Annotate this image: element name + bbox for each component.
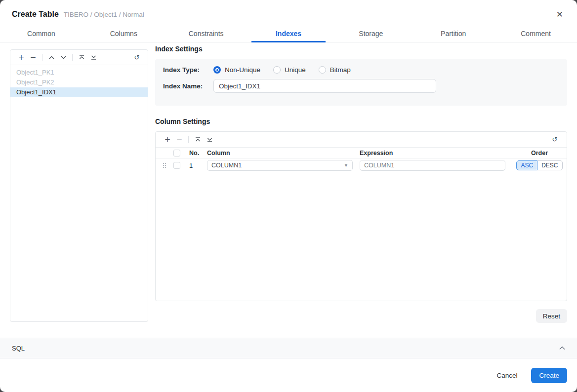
- collapse-chevron-icon[interactable]: [559, 346, 565, 350]
- move-down-icon[interactable]: [57, 52, 69, 63]
- asc-button[interactable]: ASC: [516, 160, 537, 170]
- dialog-title: Create Table: [12, 10, 59, 19]
- header-column: Column: [207, 150, 353, 157]
- dialog-subtitle: TIBERO / Object1 / Normal: [64, 11, 144, 18]
- tab-indexes[interactable]: Indexes: [247, 29, 330, 42]
- tab-comment[interactable]: Comment: [495, 29, 577, 42]
- index-name-label: Index Name:: [163, 82, 206, 90]
- create-table-dialog: Create Table TIBERO / Object1 / Normal ✕…: [0, 0, 577, 392]
- column-settings-heading: Column Settings: [155, 118, 567, 125]
- index-settings-heading: Index Settings: [155, 45, 567, 53]
- index-name-input[interactable]: [213, 79, 436, 93]
- move-to-bottom-icon[interactable]: [87, 52, 99, 63]
- add-column-button[interactable]: +: [162, 134, 173, 145]
- dialog-footer: Cancel Create: [0, 358, 577, 392]
- drag-handle-icon[interactable]: [163, 163, 166, 168]
- radio-bitmap[interactable]: Bitmap: [319, 66, 351, 74]
- create-button[interactable]: Create: [531, 368, 567, 383]
- row-checkbox[interactable]: [173, 162, 180, 169]
- toolbar-separator: [72, 54, 73, 61]
- table-row: 1 COLUMN1 ▼ ASC DESC: [156, 158, 567, 172]
- reset-list-icon[interactable]: ↺: [131, 52, 143, 63]
- column-select[interactable]: COLUMN1 ▼: [207, 160, 353, 171]
- index-details: Index Settings Index Type: Non-Unique Un…: [155, 45, 567, 323]
- reset-button[interactable]: Reset: [536, 309, 567, 323]
- column-settings-table: + − ↺ No. Column: [155, 131, 567, 301]
- tab-storage[interactable]: Storage: [330, 29, 412, 42]
- radio-icon: [213, 66, 221, 74]
- radio-label: Non-Unique: [225, 66, 260, 74]
- reset-table-icon[interactable]: ↺: [549, 134, 561, 145]
- order-toggle: ASC DESC: [516, 160, 562, 170]
- radio-label: Bitmap: [330, 66, 351, 74]
- toolbar-separator: [188, 136, 189, 143]
- index-list-toolbar: + − ↺: [10, 50, 148, 65]
- radio-label: Unique: [285, 66, 306, 74]
- sql-section[interactable]: SQL: [0, 338, 577, 358]
- radio-icon: [273, 66, 281, 74]
- expression-input[interactable]: [360, 160, 505, 171]
- close-icon[interactable]: ✕: [554, 8, 565, 21]
- column-table-toolbar: + − ↺: [156, 132, 567, 148]
- index-settings-panel: Index Type: Non-Unique Unique Bitmap: [155, 59, 567, 106]
- radio-unique[interactable]: Unique: [273, 66, 306, 74]
- radio-icon: [319, 66, 326, 74]
- move-to-top-icon[interactable]: [192, 134, 204, 145]
- sql-label: SQL: [12, 345, 25, 352]
- tab-common[interactable]: Common: [0, 29, 82, 42]
- cancel-button[interactable]: Cancel: [490, 368, 524, 383]
- move-up-icon[interactable]: [45, 52, 57, 63]
- index-list-item[interactable]: Object1_PK1: [10, 68, 148, 78]
- index-list-item[interactable]: Object1_PK2: [10, 78, 148, 87]
- move-to-bottom-icon[interactable]: [204, 134, 215, 145]
- select-all-checkbox[interactable]: [173, 150, 180, 157]
- indexes-tab-content: + − ↺ Object1_PK1: [0, 42, 577, 338]
- column-table-header: No. Column Expression Order: [156, 148, 567, 158]
- index-list: Object1_PK1 Object1_PK2 Object1_IDX1: [10, 65, 148, 97]
- header-order: Order: [512, 150, 567, 157]
- tab-constraints[interactable]: Constraints: [165, 29, 247, 42]
- index-type-radio-group: Non-Unique Unique Bitmap: [213, 66, 351, 74]
- tab-columns[interactable]: Columns: [82, 29, 165, 42]
- move-to-top-icon[interactable]: [76, 52, 87, 63]
- index-list-panel: + − ↺ Object1_PK1: [10, 49, 148, 322]
- remove-index-button[interactable]: −: [27, 52, 39, 63]
- header-no: No.: [189, 150, 207, 157]
- index-list-item-selected[interactable]: Object1_IDX1: [10, 87, 148, 97]
- radio-non-unique[interactable]: Non-Unique: [213, 66, 260, 74]
- header-expression: Expression: [360, 150, 505, 157]
- tab-partition[interactable]: Partition: [412, 29, 495, 42]
- tab-bar: Common Columns Constraints Indexes Stora…: [0, 29, 577, 42]
- index-type-label: Index Type:: [163, 66, 206, 74]
- toolbar-separator: [42, 54, 42, 61]
- column-select-value: COLUMN1: [211, 162, 242, 169]
- add-index-button[interactable]: +: [15, 52, 27, 63]
- caret-down-icon: ▼: [344, 163, 348, 168]
- row-number: 1: [189, 162, 207, 169]
- dialog-header: Create Table TIBERO / Object1 / Normal ✕: [0, 0, 577, 29]
- remove-column-button[interactable]: −: [173, 134, 185, 145]
- desc-button[interactable]: DESC: [537, 160, 562, 170]
